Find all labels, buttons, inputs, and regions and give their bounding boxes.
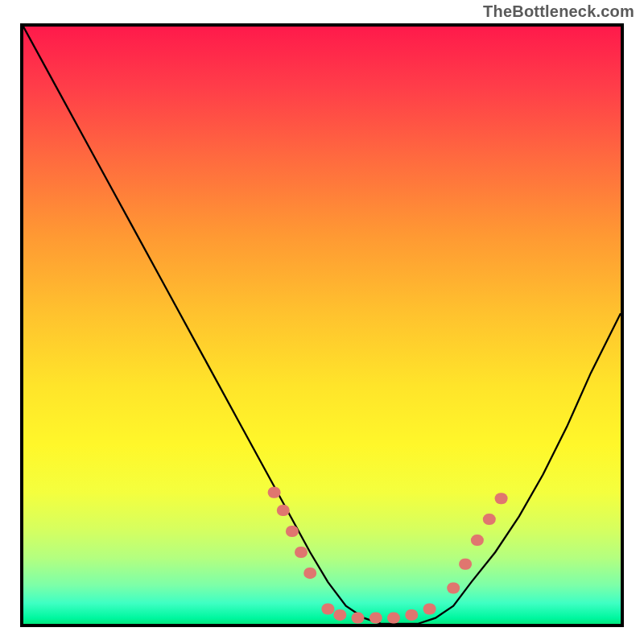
chart-container: TheBottleneck.com <box>0 0 644 644</box>
marker-dot <box>423 604 436 615</box>
marker-dot <box>295 547 308 558</box>
curve-layer <box>23 27 621 624</box>
marker-dot <box>333 609 346 621</box>
marker-dot <box>387 613 400 624</box>
marker-dot <box>471 535 484 546</box>
marker-dot <box>321 604 334 615</box>
bottom-whitespace <box>0 627 644 644</box>
watermark-text: TheBottleneck.com <box>483 2 634 21</box>
marker-dot <box>459 559 472 570</box>
plot-area <box>20 23 624 627</box>
trough-markers <box>268 487 508 624</box>
marker-dot <box>303 568 316 579</box>
marker-dot <box>405 609 418 621</box>
marker-dot <box>495 493 508 504</box>
marker-dot <box>447 583 460 594</box>
marker-dot <box>483 514 496 525</box>
marker-dot <box>286 526 299 537</box>
marker-dot <box>369 613 382 624</box>
bottleneck-curve <box>23 27 621 624</box>
marker-dot <box>277 505 290 516</box>
marker-dot <box>268 487 281 498</box>
marker-dot <box>352 613 365 624</box>
